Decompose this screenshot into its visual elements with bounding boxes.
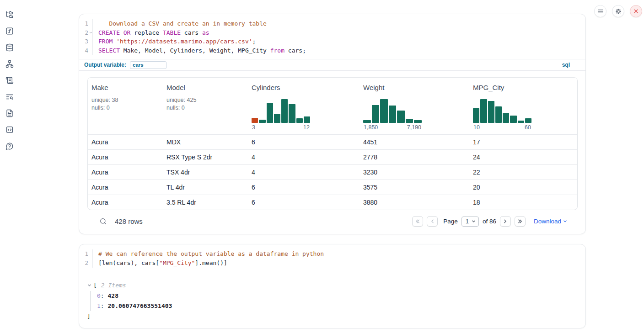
- chevrons-left-icon: [415, 218, 421, 224]
- histogram-axis-labels: 312: [252, 124, 310, 131]
- close-icon: [633, 8, 639, 14]
- table-cell: 4: [248, 153, 360, 161]
- tree-root: [ 2 Items: [87, 282, 577, 289]
- table-body: AcuraMDX6445117AcuraRSX Type S 2dr427782…: [88, 134, 577, 210]
- row-count: 428 rows: [115, 217, 143, 225]
- tree-entries: 0: 4281: 20.060747663551403: [90, 291, 577, 311]
- collapse-toggle[interactable]: [87, 283, 92, 288]
- notebook-area: 1-- Download a CSV and create an in-memo…: [79, 14, 586, 328]
- page-total-label: of 86: [483, 218, 496, 225]
- tree-entry-key: 1: [97, 302, 101, 309]
- line-number: 4: [79, 46, 93, 55]
- histogram-bar: [372, 105, 380, 123]
- python-cell: 1# We can reference the output variable …: [79, 244, 586, 328]
- tree-entry-value: 20.060747663551403: [107, 302, 172, 309]
- table-row[interactable]: AcuraTL 4dr6357520: [88, 180, 577, 195]
- chevrons-right-icon: [517, 218, 523, 224]
- code-line: 4SELECT Make, Model, Cylinders, Weight, …: [79, 46, 585, 55]
- column-header-weight[interactable]: Weight1,8507,190: [360, 78, 469, 134]
- table-row[interactable]: AcuraTSX 4dr4323022: [88, 164, 577, 180]
- table-row[interactable]: AcuraRSX Type S 2dr4277824: [88, 149, 577, 164]
- table-cell: 3880: [360, 199, 469, 206]
- column-header-mpg_city[interactable]: MPG_City1060: [469, 78, 577, 134]
- histogram-axis-labels: 1,8507,190: [363, 124, 422, 131]
- sidebar-item-scratchpad[interactable]: [5, 76, 14, 85]
- table-cell: Acura: [88, 153, 163, 161]
- python-cell-output: [ 2 Items 0: 4281: 20.060747663551403 ]: [79, 272, 585, 328]
- line-number: 3: [79, 37, 93, 46]
- chevron-down-icon: [87, 283, 92, 288]
- fold-chevron-icon[interactable]: [89, 31, 93, 35]
- line-number: 1: [79, 249, 93, 259]
- histogram-bar: [525, 118, 531, 123]
- table-cell: Acura: [88, 184, 163, 191]
- table-cell: 4: [248, 169, 360, 176]
- table-footer: 428 rows Page 1 of 86: [87, 210, 578, 234]
- column-header-cylinders[interactable]: Cylinders312: [248, 78, 360, 134]
- sql-code-editor[interactable]: 1-- Download a CSV and create an in-memo…: [79, 14, 585, 59]
- histogram-bar: [503, 113, 509, 123]
- tree-open-bracket: [: [93, 282, 97, 289]
- histogram-bar: [289, 104, 295, 123]
- sidebar-item-file-explorer[interactable]: [5, 11, 14, 19]
- menu-button[interactable]: [594, 5, 606, 17]
- column-histogram: [473, 98, 531, 123]
- last-page-button[interactable]: [515, 216, 526, 227]
- histogram-bar: [259, 120, 265, 123]
- help-bubble-icon: [5, 142, 14, 150]
- sidebar-item-help[interactable]: [5, 142, 14, 150]
- sidebar-item-snippets[interactable]: [5, 126, 14, 134]
- column-label: Make: [91, 84, 159, 91]
- table-cell: 24: [469, 153, 577, 161]
- column-label: MPG_City: [473, 84, 574, 91]
- table-cell: MDX: [163, 138, 248, 146]
- table-cell: Acura: [88, 169, 163, 176]
- table-cell: 6: [248, 184, 360, 191]
- next-page-button[interactable]: [500, 216, 511, 227]
- sidebar-item-variables[interactable]: [5, 27, 14, 35]
- language-badge[interactable]: sql: [562, 62, 570, 68]
- chevron-down-icon: [563, 219, 568, 224]
- table-cell: 3230: [360, 169, 469, 176]
- search-icon: [99, 217, 107, 225]
- prev-page-button[interactable]: [427, 216, 438, 227]
- table-row[interactable]: Acura3.5 RL 4dr6388018: [88, 195, 577, 210]
- page-select[interactable]: 1: [462, 217, 479, 227]
- database-icon: [5, 43, 14, 52]
- python-code-editor[interactable]: 1# We can reference the output variable …: [79, 244, 585, 271]
- column-header-make[interactable]: Makeunique: 38nulls: 0: [88, 78, 163, 134]
- settings-button[interactable]: [612, 5, 624, 17]
- code-line: 2CREATE OR replace TABLE cars as: [79, 28, 585, 37]
- page-select-value: 1: [466, 218, 469, 225]
- histogram-axis-labels: 1060: [473, 124, 531, 131]
- histogram-bar: [480, 99, 487, 123]
- chevron-right-icon: [502, 218, 508, 224]
- download-button[interactable]: Download: [534, 218, 568, 225]
- tree-entry: 0: 428: [97, 291, 577, 301]
- table-cell: 18: [469, 199, 577, 206]
- column-stats: unique: 38nulls: 0: [91, 96, 159, 111]
- data-table: Makeunique: 38nulls: 0Modelunique: 425nu…: [87, 77, 578, 210]
- histogram-bar: [304, 116, 310, 123]
- shutdown-button[interactable]: [630, 5, 642, 17]
- first-page-button[interactable]: [412, 216, 423, 227]
- column-stats: unique: 425nulls: 0: [166, 96, 244, 111]
- code-line: 1# We can reference the output variable …: [79, 249, 585, 259]
- table-cell: Acura: [88, 199, 163, 206]
- sidebar-item-datasources[interactable]: [5, 43, 14, 52]
- histogram-bar: [389, 106, 397, 123]
- sidebar-item-logs[interactable]: [5, 93, 14, 101]
- sidebar-item-dependency-graph[interactable]: [5, 60, 14, 68]
- histogram-bar: [518, 121, 524, 123]
- sql-cell-output: Makeunique: 38nulls: 0Modelunique: 425nu…: [79, 71, 585, 234]
- table-row[interactable]: AcuraMDX6445117: [88, 134, 577, 149]
- column-label: Cylinders: [252, 84, 356, 91]
- table-cell: 17: [469, 138, 577, 146]
- line-number: 2: [79, 28, 93, 37]
- output-variable-input[interactable]: [130, 61, 166, 69]
- sidebar-item-documentation[interactable]: [5, 109, 14, 117]
- search-button[interactable]: [99, 217, 107, 225]
- column-header-model[interactable]: Modelunique: 425nulls: 0: [163, 78, 248, 134]
- code-square-icon: [5, 126, 14, 134]
- file-tree-icon: [5, 11, 14, 19]
